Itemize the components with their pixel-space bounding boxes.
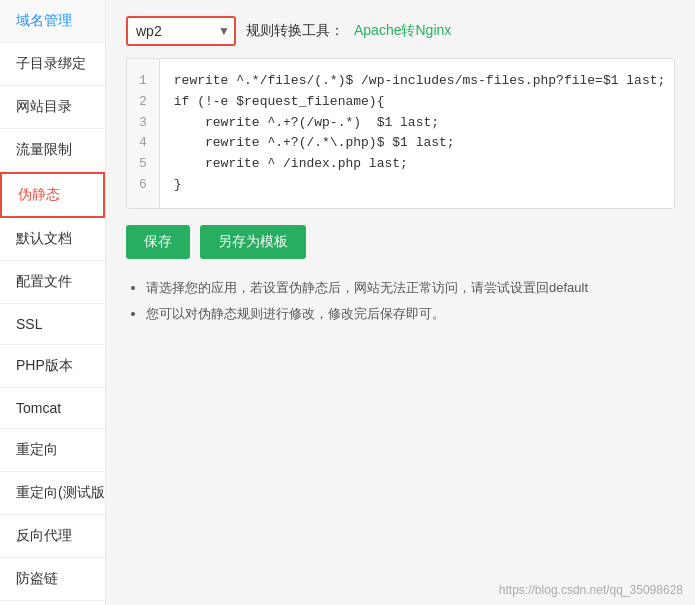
- rule-tool-link[interactable]: Apache转Nginx: [354, 22, 451, 40]
- watermark: https://blog.csdn.net/qq_35098628: [499, 583, 683, 597]
- sidebar-item-webdir[interactable]: 网站目录: [0, 86, 105, 129]
- code-editor: 1 2 3 4 5 6 rewrite ^.*/files/(.*)$ /wp-…: [126, 58, 675, 209]
- sidebar-item-redirect-test[interactable]: 重定向(测试版): [0, 472, 105, 515]
- save-button[interactable]: 保存: [126, 225, 190, 259]
- button-row: 保存 另存为模板: [126, 225, 675, 259]
- sidebar-item-log[interactable]: 响应日志: [0, 601, 105, 605]
- sidebar-item-rewrite[interactable]: 伪静态: [0, 172, 105, 218]
- sidebar-item-redirect[interactable]: 重定向: [0, 429, 105, 472]
- sidebar-item-proxy[interactable]: 反向代理: [0, 515, 105, 558]
- rule-tool-label: 规则转换工具：: [246, 22, 344, 40]
- sidebar-item-default[interactable]: 默认文档: [0, 218, 105, 261]
- save-as-template-button[interactable]: 另存为模板: [200, 225, 306, 259]
- site-select-wrapper[interactable]: wp2 default wordpress ▼: [126, 16, 236, 46]
- sidebar-item-php[interactable]: PHP版本: [0, 345, 105, 388]
- sidebar-item-tomcat[interactable]: Tomcat: [0, 388, 105, 429]
- sidebar: 域名管理 子目录绑定 网站目录 流量限制 伪静态 默认文档 配置文件 SSL P…: [0, 0, 106, 605]
- code-body[interactable]: rewrite ^.*/files/(.*)$ /wp-includes/ms-…: [160, 59, 674, 208]
- note-item-1: 请选择您的应用，若设置伪静态后，网站无法正常访问，请尝试设置回default: [146, 275, 675, 301]
- sidebar-item-hotlink[interactable]: 防盗链: [0, 558, 105, 601]
- main-content: wp2 default wordpress ▼ 规则转换工具： Apache转N…: [106, 0, 695, 605]
- line-numbers: 1 2 3 4 5 6: [127, 59, 160, 208]
- notes-list: 请选择您的应用，若设置伪静态后，网站无法正常访问，请尝试设置回default 您…: [126, 275, 675, 327]
- sidebar-item-domain[interactable]: 域名管理: [0, 0, 105, 43]
- sidebar-item-subdir[interactable]: 子目录绑定: [0, 43, 105, 86]
- sidebar-item-config[interactable]: 配置文件: [0, 261, 105, 304]
- note-item-2: 您可以对伪静态规则进行修改，修改完后保存即可。: [146, 301, 675, 327]
- code-content: 1 2 3 4 5 6 rewrite ^.*/files/(.*)$ /wp-…: [127, 59, 674, 208]
- sidebar-item-flow[interactable]: 流量限制: [0, 129, 105, 172]
- site-select[interactable]: wp2 default wordpress: [126, 16, 236, 46]
- sidebar-item-ssl[interactable]: SSL: [0, 304, 105, 345]
- top-bar: wp2 default wordpress ▼ 规则转换工具： Apache转N…: [126, 16, 675, 46]
